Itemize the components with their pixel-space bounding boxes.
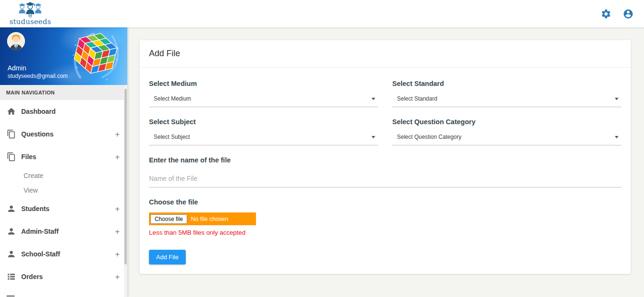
main-content: Add File Select Medium Select Medium Sel… [127,27,644,297]
sidebar-item-admin-staff[interactable]: Admin-Staff + [0,220,127,243]
profile-name: Admin [8,64,26,72]
plus-icon[interactable]: + [115,205,120,213]
standard-field: Select Standard Select Standard [392,80,621,107]
file-upload-widget[interactable]: Choose file No file chosen [149,212,256,225]
standard-select[interactable]: Select Standard [392,95,621,107]
sidebar-item-label: Questions [21,130,115,138]
question-category-field: Select Question Category Select Question… [392,118,621,145]
sidebar-item-school-staff[interactable]: School-Staff + [0,243,127,265]
person-icon [7,249,16,259]
sidebar: Admin studyseeds@gmail.com MAIN NAVIGATI… [0,27,127,297]
standard-select-value: Select Standard [397,95,437,102]
sidebar-item-label: Orders [21,273,115,280]
next-item-icon-partial [7,295,15,297]
pages-icon [7,129,16,139]
avatar-image [7,32,25,50]
profile-panel: Admin studyseeds@gmail.com [0,27,127,85]
standard-label: Select Standard [392,80,621,87]
plus-icon[interactable]: + [115,153,120,161]
list-icon [7,272,16,281]
plus-icon[interactable]: + [115,250,120,258]
subject-select[interactable]: Select Subject [149,134,378,145]
pages-icon [7,152,16,161]
question-category-select[interactable]: Select Question Category [392,134,621,145]
sidebar-item-label: Dashboard [21,108,120,115]
app-logo[interactable]: studuseeds [9,2,51,25]
sidebar-item-orders[interactable]: Orders + [0,265,127,288]
medium-field: Select Medium Select Medium [149,80,378,107]
sidebar-subitem-label: Create [24,172,43,179]
person-icon [7,227,16,236]
choose-file-field: Choose the file Choose file No file chos… [149,198,621,236]
subject-select-value: Select Subject [154,134,190,140]
sidebar-item-files[interactable]: Files + [0,145,127,168]
page-title: Add File [149,49,180,58]
choose-file-button[interactable]: Choose file [150,214,187,224]
add-file-card: Add File Select Medium Select Medium Sel… [140,40,631,274]
caret-down-icon [615,98,619,100]
medium-select[interactable]: Select Medium [149,95,378,107]
sidebar-item-label: Students [21,205,115,212]
avatar[interactable] [7,32,25,50]
sidebar-item-students[interactable]: Students + [0,197,127,220]
sidebar-subitem-label: View [24,187,38,194]
subject-field: Select Subject Select Subject [149,118,378,145]
caret-down-icon [615,136,619,138]
choose-file-label: Choose the file [149,198,621,206]
file-name-label: Enter the name of the file [149,156,621,164]
caret-down-icon [372,136,375,138]
profile-email: studyseeds@gmail.com [8,73,68,79]
question-category-select-value: Select Question Category [397,134,462,140]
file-name-field: Enter the name of the file [149,156,621,187]
rubik-cube-graphic [68,28,124,84]
plus-icon[interactable]: + [115,130,120,138]
sidebar-subitem-create[interactable]: Create [0,168,127,183]
plus-icon[interactable]: + [115,273,120,281]
sidebar-scrollbar-thumb[interactable] [124,89,127,264]
file-size-hint: Less than 5MB files only accepted [149,229,621,236]
sidebar-item-dashboard[interactable]: Dashboard [0,100,127,123]
sidebar-item-label: Files [21,153,115,161]
sidebar-item-label: School-Staff [21,250,115,258]
sidebar-item-label: Admin-Staff [21,228,115,235]
medium-label: Select Medium [149,80,378,87]
nav-section-title: MAIN NAVIGATION [0,85,127,100]
top-header: studuseeds [0,0,644,27]
medium-select-value: Select Medium [154,95,191,102]
logo-text: studuseeds [9,18,51,25]
nav-list: Dashboard Questions + Files + Create [0,100,127,288]
question-category-label: Select Question Category [392,118,621,126]
gear-icon[interactable] [601,8,611,19]
person-icon [7,204,16,213]
subject-label: Select Subject [149,118,378,126]
caret-down-icon [372,98,375,100]
sidebar-scrollbar-track[interactable] [124,85,127,297]
file-status-text: No file chosen [191,216,228,222]
add-file-button[interactable]: Add File [149,250,186,264]
file-name-input[interactable] [149,172,621,187]
sidebar-subitem-view[interactable]: View [0,183,127,197]
plus-icon[interactable]: + [115,228,120,236]
account-circle-icon[interactable] [623,8,634,19]
students-logo-icon [17,2,44,18]
sidebar-item-questions[interactable]: Questions + [0,123,127,145]
home-icon [7,107,16,116]
